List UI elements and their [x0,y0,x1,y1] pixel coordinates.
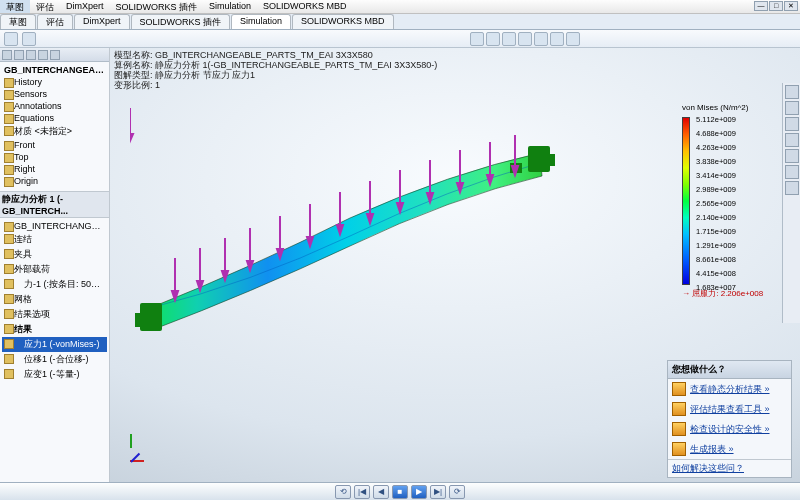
menu-bar: 草图 评估 DimXpert SOLIDWORKS 插件 Simulation … [0,0,800,14]
motion-repeat-button[interactable]: ⟳ [449,485,465,499]
motion-play-button[interactable]: ▶ [411,485,427,499]
taskpane-tab-library[interactable] [785,101,799,115]
orientation-triad[interactable] [120,442,150,472]
tab-mbd[interactable]: SOLIDWORKS MBD [292,14,394,29]
minimize-button[interactable]: — [754,1,768,11]
study-mesh[interactable]: 网格 [2,292,107,307]
study-part[interactable]: GB_INTERCHANGEABLE_PART [2,220,107,232]
tree-equations[interactable]: Equations [2,112,107,124]
study-tree: GB_INTERCHANGEABLE_PART 连结 夹具 外部载荷 力-1 (… [0,218,109,384]
feature-manager-tree: GB_INTERCHANGEABLE_PA... History Sensors… [0,48,110,482]
legend-color-bar [682,117,690,285]
dimxpert-manager-icon[interactable] [38,50,48,60]
legend-val: 2.565e+009 [696,197,736,211]
maximize-button[interactable]: □ [769,1,783,11]
property-manager-icon[interactable] [14,50,24,60]
result-stress-1[interactable]: 应力1 (-vonMises-) [2,337,107,352]
motion-stop-button[interactable]: ■ [392,485,408,499]
view-pan-icon[interactable] [486,32,500,46]
config-manager-icon[interactable] [26,50,36,60]
tree-history[interactable]: History [2,76,107,88]
tree-root[interactable]: GB_INTERCHANGEABLE_PA... [2,64,107,76]
taskpane-title: 您想做什么？ [668,361,791,379]
menu-evaluate[interactable]: 评估 [30,0,60,13]
feature-tree-icon[interactable] [2,50,12,60]
taskpane-tab-explorer[interactable] [785,117,799,131]
advisor-task-pane: 您想做什么？ 查看静态分析结果 » 评估结果查看工具 » 检查设计的安全性 » … [667,360,792,478]
info-model-name: 模型名称: GB_INTERCHANGEABLE_PARTS_TM_EAI 3X… [114,50,437,60]
legend-val: 4.263e+009 [696,141,736,155]
result-displacement-1[interactable]: 位移1 (-合位移-) [2,352,107,367]
view-style-icon[interactable] [534,32,548,46]
tab-evaluate[interactable]: 评估 [37,14,73,29]
tools-icon [672,402,686,416]
taskpane-tab-appearances[interactable] [785,149,799,163]
results-folder[interactable]: 结果 [2,322,107,337]
ribbon-toolbar [0,30,800,48]
window-controls: — □ ✕ [754,1,798,11]
tree-front[interactable]: Front [2,139,107,151]
legend-val: 4.415e+008 [696,267,736,281]
study-result-options[interactable]: 结果选项 [2,307,107,322]
taskpane-tab-view-palette[interactable] [785,133,799,147]
tree-right[interactable]: Right [2,163,107,175]
study-fixtures[interactable]: 夹具 [2,247,107,262]
close-button[interactable]: ✕ [784,1,798,11]
taskpane-tab-custom-props[interactable] [785,165,799,179]
color-legend[interactable]: von Mises (N/m^2) 5.112e+009 4.688e+009 … [682,103,792,299]
graphics-viewport[interactable]: 模型名称: GB_INTERCHANGEABLE_PARTS_TM_EAI 3X… [110,48,800,482]
view-rotate-icon[interactable] [502,32,516,46]
legend-val: 2.140e+009 [696,211,736,225]
taskpane-help-link[interactable]: 如何解决这些问？ [668,459,791,477]
legend-val: 8.661e+008 [696,253,736,267]
safety-icon [672,422,686,436]
ribbon-tool-icon[interactable] [4,32,18,46]
fea-stress-plot [130,108,560,338]
plot-info-overlay: 模型名称: GB_INTERCHANGEABLE_PARTS_TM_EAI 3X… [114,50,437,90]
display-manager-icon[interactable] [50,50,60,60]
study-connections[interactable]: 连结 [2,232,107,247]
tab-sketch[interactable]: 草图 [0,14,36,29]
motion-loop-button[interactable]: ⟲ [335,485,351,499]
view-zoom-icon[interactable] [470,32,484,46]
load-force-1[interactable]: 力-1 (:按条目: 50000 N:) [2,277,107,292]
motion-last-button[interactable]: ▶| [430,485,446,499]
motion-first-button[interactable]: |◀ [354,485,370,499]
study-header[interactable]: 静应力分析 1 (-GB_INTERCH... [0,191,109,218]
menu-sketch[interactable]: 草图 [0,0,30,13]
task-result-tools[interactable]: 评估结果查看工具 » [668,399,791,419]
tab-dimxpert[interactable]: DimXpert [74,14,130,29]
legend-values: 5.112e+009 4.688e+009 4.263e+009 3.838e+… [696,113,736,295]
results-icon [672,382,686,396]
view-display-icon[interactable] [566,32,580,46]
task-pane-tabs [782,83,800,323]
legend-val: 3.414e+009 [696,169,736,183]
tree-origin[interactable]: Origin [2,175,107,187]
view-section-icon[interactable] [518,32,532,46]
tab-simulation[interactable]: Simulation [231,14,291,29]
task-check-safety[interactable]: 检查设计的安全性 » [668,419,791,439]
tree-annotations[interactable]: Annotations [2,100,107,112]
tree-material[interactable]: 材质 <未指定> [2,124,107,139]
menu-mbd[interactable]: SOLIDWORKS MBD [257,0,353,13]
tab-addins[interactable]: SOLIDWORKS 插件 [131,14,231,29]
study-loads[interactable]: 外部载荷 [2,262,107,277]
task-generate-report[interactable]: 生成报表 » [668,439,791,459]
result-strain-1[interactable]: 应变1 (-等量-) [2,367,107,382]
legend-val: 4.688e+009 [696,127,736,141]
info-study-name: 算例名称: 静应力分析 1(-GB_INTERCHANGEABLE_PARTS_… [114,60,437,70]
report-icon [672,442,686,456]
menu-addins[interactable]: SOLIDWORKS 插件 [110,0,204,13]
tree-sensors[interactable]: Sensors [2,88,107,100]
view-scene-icon[interactable] [550,32,564,46]
legend-val: 1.683e+007 [696,281,736,295]
ribbon-tool-icon[interactable] [22,32,36,46]
motion-status-bar: ⟲ |◀ ◀ ■ ▶ ▶| ⟳ [0,482,800,500]
taskpane-tab-forum[interactable] [785,181,799,195]
tree-top[interactable]: Top [2,151,107,163]
menu-dimxpert[interactable]: DimXpert [60,0,110,13]
task-view-results[interactable]: 查看静态分析结果 » [668,379,791,399]
menu-simulation[interactable]: Simulation [203,0,257,13]
taskpane-tab-resources[interactable] [785,85,799,99]
motion-prev-button[interactable]: ◀ [373,485,389,499]
